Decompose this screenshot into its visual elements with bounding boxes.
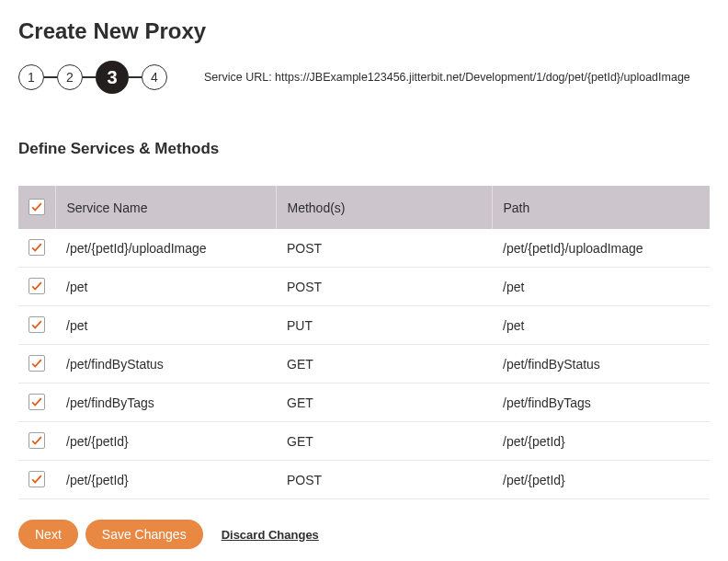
row-checkbox-cell <box>18 384 55 422</box>
check-icon <box>30 434 43 447</box>
path-cell: /pet/findByStatus <box>492 345 710 384</box>
table-row: /pet/{petId}POST/pet/{petId} <box>18 461 710 499</box>
footer-actions: Next Save Changes Discard Changes <box>18 520 710 549</box>
row-checkbox[interactable] <box>28 432 45 449</box>
row-checkbox[interactable] <box>28 239 45 256</box>
next-button[interactable]: Next <box>18 520 78 549</box>
row-checkbox-cell <box>18 306 55 345</box>
step-1[interactable]: 1 <box>18 64 44 90</box>
step-connector <box>129 76 142 78</box>
service-name-cell: /pet/{petId}/uploadImage <box>55 229 276 268</box>
table-row: /pet/findByStatusGET/pet/findByStatus <box>18 345 710 384</box>
row-checkbox-cell <box>18 422 55 461</box>
discard-changes-link[interactable]: Discard Changes <box>222 528 319 542</box>
row-checkbox-cell <box>18 345 55 384</box>
method-cell: GET <box>276 422 492 461</box>
check-icon <box>30 473 43 486</box>
table-row: /petPUT/pet <box>18 306 710 345</box>
path-cell: /pet/{petId}/uploadImage <box>492 229 710 268</box>
path-cell: /pet <box>492 268 710 306</box>
row-checkbox-cell <box>18 229 55 268</box>
path-cell: /pet <box>492 306 710 345</box>
check-icon <box>30 395 43 408</box>
method-cell: POST <box>276 268 492 306</box>
path-cell: /pet/findByTags <box>492 384 710 422</box>
method-cell: PUT <box>276 306 492 345</box>
table-row: /pet/{petId}GET/pet/{petId} <box>18 422 710 461</box>
path-header: Path <box>492 186 710 229</box>
table-row: /pet/findByTagsGET/pet/findByTags <box>18 384 710 422</box>
select-all-checkbox[interactable] <box>28 199 45 215</box>
step-2[interactable]: 2 <box>57 64 83 90</box>
path-cell: /pet/{petId} <box>492 461 710 499</box>
method-cell: GET <box>276 384 492 422</box>
service-name-cell: /pet <box>55 306 276 345</box>
service-name-cell: /pet/findByTags <box>55 384 276 422</box>
table-row: /pet/{petId}/uploadImagePOST/pet/{petId}… <box>18 229 710 268</box>
row-checkbox-cell <box>18 268 55 306</box>
header-row: 1 2 3 4 Service URL: https://JBExample12… <box>18 61 710 94</box>
step-connector <box>44 76 57 78</box>
service-name-cell: /pet <box>55 268 276 306</box>
row-checkbox[interactable] <box>28 471 45 487</box>
services-table: Service Name Method(s) Path /pet/{petId}… <box>18 186 710 499</box>
section-title: Define Services & Methods <box>18 140 710 158</box>
method-cell: POST <box>276 229 492 268</box>
methods-header: Method(s) <box>276 186 492 229</box>
check-icon <box>30 241 43 254</box>
page-title: Create New Proxy <box>18 18 710 44</box>
row-checkbox[interactable] <box>28 394 45 410</box>
service-name-cell: /pet/findByStatus <box>55 345 276 384</box>
service-url-label: Service URL: https://JBExample123456.jit… <box>204 71 710 84</box>
stepper: 1 2 3 4 <box>18 61 167 94</box>
check-icon <box>30 318 43 331</box>
row-checkbox[interactable] <box>28 278 45 294</box>
table-row: /petPOST/pet <box>18 268 710 306</box>
step-connector <box>83 76 96 78</box>
check-icon <box>30 357 43 370</box>
row-checkbox[interactable] <box>28 316 45 333</box>
path-cell: /pet/{petId} <box>492 422 710 461</box>
method-cell: POST <box>276 461 492 499</box>
row-checkbox-cell <box>18 461 55 499</box>
select-all-header <box>18 186 55 229</box>
check-icon <box>30 200 43 213</box>
step-3[interactable]: 3 <box>96 61 129 94</box>
service-name-cell: /pet/{petId} <box>55 422 276 461</box>
save-changes-button[interactable]: Save Changes <box>85 520 203 549</box>
step-4[interactable]: 4 <box>142 64 167 90</box>
service-name-header: Service Name <box>55 186 276 229</box>
check-icon <box>30 280 43 292</box>
method-cell: GET <box>276 345 492 384</box>
service-name-cell: /pet/{petId} <box>55 461 276 499</box>
row-checkbox[interactable] <box>28 355 45 372</box>
